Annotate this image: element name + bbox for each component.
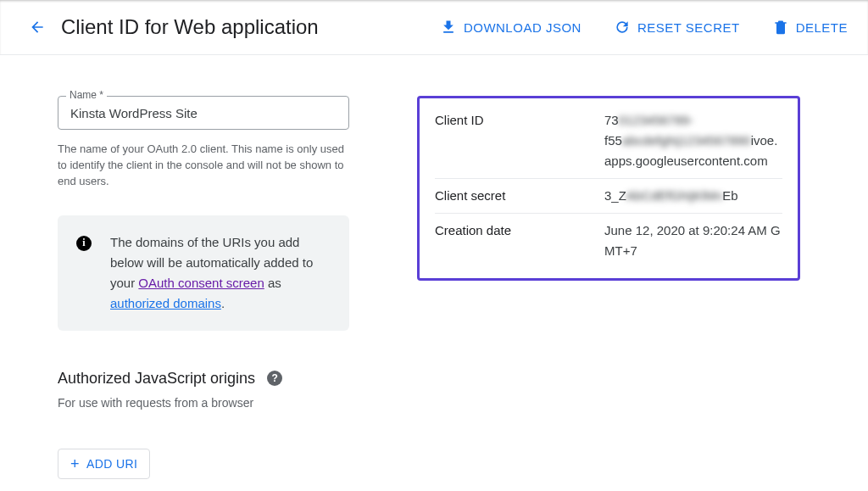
delete-button[interactable]: DELETE bbox=[772, 19, 848, 36]
name-field-label: Name * bbox=[66, 89, 107, 101]
client-id-row: Client ID 730123456789- f55abcdefghij123… bbox=[435, 110, 782, 178]
right-column: Client ID 730123456789- f55abcdefghij123… bbox=[417, 96, 800, 479]
name-input[interactable] bbox=[58, 96, 349, 130]
info-text-post: . bbox=[221, 296, 225, 310]
client-id-prefix: 73 bbox=[604, 113, 619, 127]
client-id-line2-prefix: f55 bbox=[604, 133, 622, 148]
page-title: Client ID for Web application bbox=[61, 15, 319, 39]
client-id-blur1: 0123456789- bbox=[619, 113, 693, 127]
info-text-mid: as bbox=[264, 276, 281, 290]
name-field-wrap: Name * bbox=[58, 96, 349, 130]
info-box: i The domains of the URIs you add below … bbox=[58, 215, 349, 331]
client-id-value: 730123456789- f55abcdefghij1234567890ivo… bbox=[604, 110, 782, 171]
client-secret-value: 3_ZAbCdEfGhIjKlMnEb bbox=[604, 186, 782, 206]
add-uri-button[interactable]: + ADD URI bbox=[58, 449, 150, 479]
creation-date-label: Creation date bbox=[435, 220, 604, 261]
client-id-label: Client ID bbox=[435, 110, 604, 171]
oauth-consent-link[interactable]: OAuth consent screen bbox=[138, 276, 264, 290]
creation-date-value: June 12, 2020 at 9:20:24 AM GMT+7 bbox=[604, 220, 782, 261]
arrow-left-icon bbox=[29, 19, 46, 36]
left-column: Name * The name of your OAuth 2.0 client… bbox=[58, 96, 349, 479]
back-button[interactable] bbox=[20, 10, 54, 44]
download-json-label: DOWNLOAD JSON bbox=[464, 20, 581, 35]
js-origins-header: Authorized JavaScript origins ? bbox=[58, 370, 349, 388]
js-origins-title: Authorized JavaScript origins bbox=[58, 370, 255, 388]
reset-secret-button[interactable]: RESET SECRET bbox=[614, 19, 740, 36]
top-bar: Client ID for Web application DOWNLOAD J… bbox=[0, 0, 868, 55]
help-icon[interactable]: ? bbox=[267, 371, 282, 386]
js-origins-sub: For use with requests from a browser bbox=[58, 396, 349, 410]
client-id-blur2: abcdefghij1234567890 bbox=[622, 133, 751, 148]
plus-icon: + bbox=[70, 456, 80, 471]
credentials-box: Client ID 730123456789- f55abcdefghij123… bbox=[417, 96, 800, 281]
reset-secret-label: RESET SECRET bbox=[637, 20, 740, 35]
client-secret-row: Client secret 3_ZAbCdEfGhIjKlMnEb bbox=[435, 178, 782, 213]
download-json-button[interactable]: DOWNLOAD JSON bbox=[440, 19, 581, 36]
download-icon bbox=[440, 19, 457, 36]
authorized-domains-link[interactable]: authorized domains bbox=[110, 296, 221, 310]
name-help-text: The name of your OAuth 2.0 client. This … bbox=[58, 142, 349, 190]
client-secret-prefix: 3_Z bbox=[604, 188, 626, 203]
content-area: Name * The name of your OAuth 2.0 client… bbox=[0, 55, 868, 491]
client-secret-suffix: Eb bbox=[722, 188, 737, 203]
client-secret-blur: AbCdEfGhIjKlMn bbox=[626, 188, 722, 203]
add-uri-label: ADD URI bbox=[86, 457, 137, 471]
delete-label: DELETE bbox=[796, 20, 848, 35]
client-secret-label: Client secret bbox=[435, 186, 604, 206]
trash-icon bbox=[772, 19, 789, 36]
info-icon: i bbox=[76, 236, 92, 251]
info-text: The domains of the URIs you add below wi… bbox=[110, 232, 331, 314]
creation-date-row: Creation date June 12, 2020 at 9:20:24 A… bbox=[435, 213, 782, 268]
refresh-icon bbox=[614, 19, 631, 36]
